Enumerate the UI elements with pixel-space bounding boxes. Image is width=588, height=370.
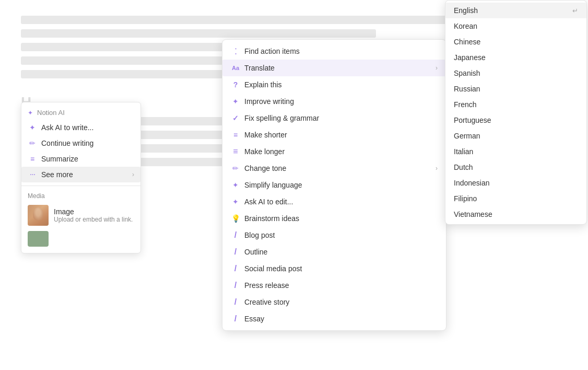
lang-korean-label: Korean [454, 22, 477, 30]
explain-this-label: Explain this [244, 80, 438, 89]
media-label: Media [28, 192, 134, 200]
check-icon: ✓ [231, 113, 240, 123]
chevron-right-icon: › [436, 165, 438, 172]
blog-post-label: Blog post [244, 231, 438, 239]
translate-icon: Aa [231, 63, 240, 73]
media-section: Media Image Upload or embed with a link. [21, 189, 140, 250]
press-release-button[interactable]: / Press release [222, 277, 446, 294]
slant-icon: / [231, 281, 240, 290]
lang-indonesian-label: Indonesian [454, 179, 490, 187]
bulb-icon: 💡 [231, 214, 240, 223]
lang-korean[interactable]: Korean [445, 18, 586, 34]
make-shorter-label: Make shorter [244, 131, 438, 139]
explain-this-button[interactable]: ? Explain this [222, 76, 446, 93]
main-menu: ⁚ Find action items Aa Translate › ? Exp… [222, 39, 446, 331]
fix-spelling-label: Fix spelling & grammar [244, 114, 438, 122]
lang-dutch-label: Dutch [454, 163, 473, 171]
see-more-label: See more [41, 170, 128, 179]
lang-vietnamese-label: Vietnamese [454, 210, 492, 218]
outline-label: Outline [244, 248, 438, 256]
continue-writing-label: Continue writing [41, 139, 134, 147]
image-media-item[interactable]: Image Upload or embed with a link. [28, 203, 134, 228]
outline-button[interactable]: / Outline [222, 244, 446, 260]
improve-writing-label: Improve writing [244, 97, 438, 106]
lang-portuguese[interactable]: Portuguese [445, 112, 586, 128]
lang-german[interactable]: German [445, 128, 586, 144]
ask-ai-edit-label: Ask AI to edit... [244, 198, 438, 206]
continue-writing-button[interactable]: ✏ Continue writing [21, 135, 140, 151]
brainstorm-ideas-button[interactable]: 💡 Brainstorm ideas [222, 210, 446, 227]
creative-story-button[interactable]: / Creative story [222, 294, 446, 310]
make-longer-label: Make longer [244, 147, 438, 156]
notion-ai-menu: ✦ Notion AI ✦ Ask AI to write... ✏ Conti… [21, 102, 141, 253]
summarize-label: Summarize [41, 155, 134, 163]
lang-indonesian[interactable]: Indonesian [445, 175, 586, 191]
lang-japanese[interactable]: Japanese [445, 50, 586, 65]
pencil-icon: ✏ [28, 138, 37, 148]
lang-italian[interactable]: Italian [445, 144, 586, 159]
chevron-right-icon: › [132, 171, 134, 178]
notion-ai-header: ✦ Notion AI [21, 106, 140, 120]
lang-chinese-label: Chinese [454, 38, 480, 46]
dots-icon: ··· [28, 170, 37, 179]
text-line [21, 29, 376, 38]
lang-japanese-label: Japanese [454, 53, 486, 62]
lang-english-label: English [454, 6, 478, 15]
lang-russian[interactable]: Russian [445, 81, 586, 97]
improve-writing-button[interactable]: ✦ Improve writing [222, 93, 446, 110]
see-more-button[interactable]: ··· See more › [21, 167, 140, 182]
sparkle-icon: ✦ [231, 97, 240, 106]
translate-button[interactable]: Aa Translate › [222, 60, 446, 76]
lines-icon: ≡ [28, 154, 37, 164]
slant-icon: / [231, 247, 240, 257]
social-media-post-label: Social media post [244, 264, 438, 273]
summarize-button[interactable]: ≡ Summarize [21, 151, 140, 167]
image-info: Image Upload or embed with a link. [54, 207, 133, 223]
brainstorm-ideas-label: Brainstorm ideas [244, 214, 438, 223]
slant-icon: / [231, 264, 240, 273]
blog-post-button[interactable]: / Blog post [222, 227, 446, 244]
lines-icon: ≡ [231, 130, 240, 140]
equals-icon: ≡ [231, 147, 240, 156]
creative-story-label: Creative story [244, 298, 438, 306]
fix-spelling-button[interactable]: ✓ Fix spelling & grammar [222, 110, 446, 126]
lang-filipino[interactable]: Filipino [445, 191, 586, 206]
lang-english[interactable]: English ↵ [445, 3, 586, 18]
slant-icon: / [231, 297, 240, 307]
ask-ai-button[interactable]: ✦ Ask AI to write... [21, 120, 140, 135]
ask-ai-edit-button[interactable]: ✦ Ask AI to edit... [222, 193, 446, 210]
essay-label: Essay [244, 315, 438, 323]
slant-icon: / [231, 314, 240, 323]
pencil-icon: ✏ [231, 164, 240, 173]
make-longer-button[interactable]: ≡ Make longer [222, 143, 446, 160]
lang-french[interactable]: French [445, 97, 586, 112]
change-tone-button[interactable]: ✏ Change tone › [222, 160, 446, 177]
lang-dutch[interactable]: Dutch [445, 159, 586, 175]
change-tone-label: Change tone [244, 164, 431, 172]
question-icon: ? [231, 80, 240, 89]
lang-portuguese-label: Portuguese [454, 116, 491, 124]
simplify-language-button[interactable]: ✦ Simplify language [222, 177, 446, 193]
social-media-post-button[interactable]: / Social media post [222, 260, 446, 277]
make-shorter-button[interactable]: ≡ Make shorter [222, 126, 446, 143]
translate-label: Translate [244, 64, 431, 72]
lang-german-label: German [454, 132, 480, 140]
lang-spanish[interactable]: Spanish [445, 65, 586, 81]
ask-ai-label: Ask AI to write... [41, 123, 134, 132]
slant-icon: / [231, 230, 240, 240]
find-action-items-button[interactable]: ⁚ Find action items [222, 43, 446, 60]
notion-ai-label: Notion AI [37, 109, 65, 117]
image-name: Image [54, 207, 133, 216]
text-line [21, 16, 458, 24]
lang-russian-label: Russian [454, 85, 480, 93]
lang-vietnamese[interactable]: Vietnamese [445, 206, 586, 222]
enter-icon: ↵ [572, 7, 578, 15]
simplify-language-label: Simplify language [244, 181, 438, 189]
chevron-right-icon: › [436, 64, 438, 72]
lang-chinese[interactable]: Chinese [445, 34, 586, 50]
image-thumbnail [28, 205, 49, 226]
lang-french-label: French [454, 100, 477, 109]
divider [21, 186, 140, 186]
essay-button[interactable]: / Essay [222, 310, 446, 327]
image-desc: Upload or embed with a link. [54, 216, 133, 223]
